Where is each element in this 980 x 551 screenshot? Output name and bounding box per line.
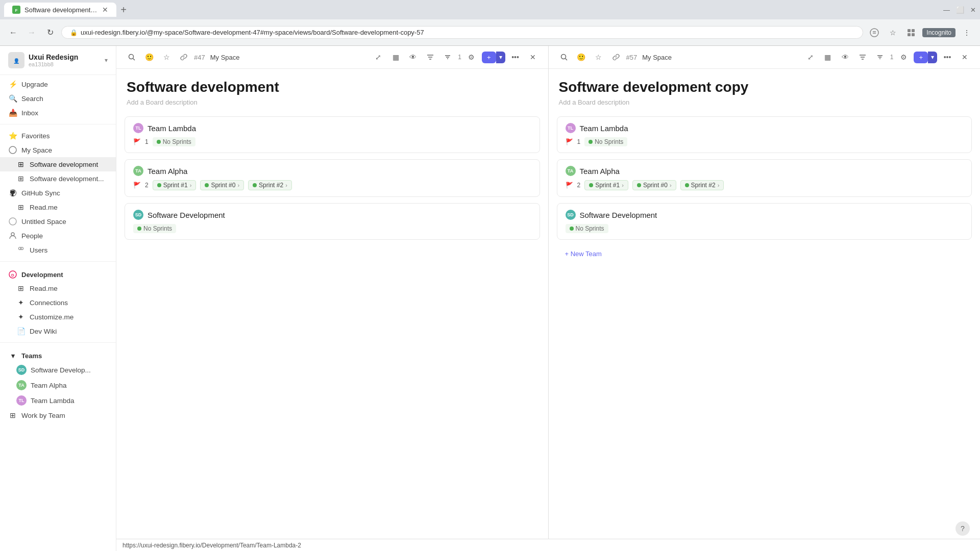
right-search-button[interactable] (557, 50, 571, 64)
right-alpha-sprint0[interactable]: Sprint #0 › (632, 180, 676, 190)
left-filter-button[interactable] (423, 50, 437, 64)
sidebar-item-my-space[interactable]: My Space (0, 143, 116, 157)
sidebar-item-software-dev[interactable]: ⊞ Software development (0, 157, 116, 171)
new-team-button[interactable]: + New Team (557, 246, 972, 262)
left-star-button[interactable]: ☆ (159, 50, 174, 64)
sprint-arrow-2: › (237, 182, 239, 188)
left-extra-button[interactable]: ⚙ (464, 50, 479, 64)
help-button[interactable]: ? (955, 521, 970, 536)
left-team-alpha-name[interactable]: Team Alpha (148, 167, 187, 176)
svg-point-9 (9, 146, 16, 154)
right-eye-button[interactable]: 👁 (838, 50, 852, 64)
right-add-button-group[interactable]: + ▾ (914, 52, 937, 63)
left-lambda-no-sprints[interactable]: No Sprints (153, 137, 195, 146)
browser-chrome: F Software development copy | Fi... ✕ + … (0, 0, 980, 46)
right-team-sd-name[interactable]: Software Development (580, 211, 657, 219)
right-extra-button[interactable]: ⚙ (896, 50, 911, 64)
close-window-button[interactable]: ✕ (970, 6, 976, 14)
left-sd-no-sprints[interactable]: No Sprints (133, 224, 176, 233)
sidebar-item-team-lambda[interactable]: TL Team Lambda (0, 393, 116, 408)
right-sd-no-sprints[interactable]: No Sprints (566, 224, 608, 233)
right-board-description[interactable]: Add a Board description (559, 98, 970, 106)
right-link-button[interactable] (609, 50, 623, 64)
right-table-button[interactable]: ▦ (821, 50, 835, 64)
sidebar-group-teams[interactable]: ▾ Teams (0, 347, 116, 362)
address-bar[interactable]: 🔒 uxui-redesign.fibery.io/@my-space/Soft… (61, 26, 863, 39)
sidebar-item-dev-readme[interactable]: ⊞ Read.me (0, 281, 116, 295)
right-space-label[interactable]: My Space (642, 54, 672, 61)
left-alpha-count: 2 (145, 182, 149, 189)
sidebar-item-connections[interactable]: ✦ Connections (0, 295, 116, 310)
sidebar-group-development[interactable]: D Development (0, 266, 116, 281)
new-tab-button[interactable]: + (116, 3, 131, 17)
svg-line-18 (133, 59, 135, 61)
left-alpha-sprint1[interactable]: Sprint #1 › (153, 180, 197, 190)
right-emoji-button[interactable]: 🙂 (574, 50, 589, 64)
left-add-main-button[interactable]: + (482, 52, 496, 63)
sidebar-item-favorites[interactable]: ⭐ Favorites (0, 129, 116, 143)
right-lambda-no-sprints[interactable]: No Sprints (584, 137, 627, 146)
right-filter-button[interactable] (855, 50, 870, 64)
forward-button[interactable]: → (24, 26, 39, 40)
sidebar-item-team-alpha[interactable]: TA Team Alpha (0, 378, 116, 393)
sidebar-item-github-sync[interactable]: GitHub Sync (0, 186, 116, 200)
sidebar-item-people[interactable]: People (0, 229, 116, 243)
sidebar-item-upgrade[interactable]: ⚡ Upgrade (0, 77, 116, 91)
refresh-button[interactable]: ↻ (43, 26, 57, 40)
left-space-label[interactable]: My Space (210, 54, 240, 61)
left-emoji-button[interactable]: 🙂 (142, 50, 156, 64)
left-eye-button[interactable]: 👁 (406, 50, 420, 64)
back-button[interactable]: ← (6, 26, 20, 40)
sidebar-item-readme-1[interactable]: ⊞ Read.me (0, 200, 116, 214)
sidebar-item-work-by-team[interactable]: ⊞ Work by Team (0, 408, 116, 422)
board-icon-2: ⊞ (16, 174, 26, 183)
right-alpha-sprint2[interactable]: Sprint #2 › (680, 180, 724, 190)
right-close-button[interactable]: ✕ (958, 50, 972, 64)
left-sort-button[interactable] (440, 50, 455, 64)
sidebar-item-inbox[interactable]: 📥 Inbox (0, 106, 116, 120)
right-alpha-sprint1[interactable]: Sprint #1 › (584, 180, 628, 190)
right-lambda-avatar: TL (566, 123, 576, 133)
right-team-lambda-name[interactable]: Team Lambda (580, 124, 628, 133)
left-expand-button[interactable]: ⤢ (371, 50, 385, 64)
bookmark-star-icon[interactable]: ☆ (886, 26, 900, 40)
left-team-lambda-name[interactable]: Team Lambda (148, 124, 196, 133)
left-add-split-button[interactable]: ▾ (496, 52, 505, 63)
right-team-alpha-name[interactable]: Team Alpha (580, 167, 620, 176)
left-add-button-group[interactable]: + ▾ (482, 52, 505, 63)
restore-button[interactable]: ⬜ (956, 6, 964, 14)
right-add-split-button[interactable]: ▾ (928, 52, 937, 63)
minimize-button[interactable]: — (943, 6, 950, 14)
team-lambda-avatar: TL (16, 395, 27, 406)
right-more-button[interactable]: ••• (940, 50, 954, 64)
left-board-description[interactable]: Add a Board description (127, 98, 538, 106)
active-tab[interactable]: F Software development copy | Fi... ✕ (4, 3, 116, 17)
sidebar-team-lambda-label: Team Lambda (31, 397, 108, 405)
sidebar-item-users[interactable]: Users (0, 243, 116, 257)
left-search-button[interactable] (125, 50, 139, 64)
left-board-title: Software development (127, 79, 538, 95)
right-expand-button[interactable]: ⤢ (803, 50, 818, 64)
right-add-main-button[interactable]: + (914, 52, 928, 63)
left-more-button[interactable]: ••• (508, 50, 523, 64)
left-close-button[interactable]: ✕ (526, 50, 540, 64)
left-team-sd-name[interactable]: Software Development (148, 211, 225, 219)
sidebar-item-search[interactable]: 🔍 Search (0, 91, 116, 106)
sidebar-item-untitled-space[interactable]: Untitled Space (0, 214, 116, 229)
right-sort-button[interactable] (873, 50, 887, 64)
users-icon (16, 245, 26, 255)
left-alpha-sprint2[interactable]: Sprint #2 › (248, 180, 292, 190)
left-alpha-sprint0[interactable]: Sprint #0 › (200, 180, 244, 190)
workspace-chevron-icon[interactable]: ▾ (105, 57, 108, 64)
tab-close-button[interactable]: ✕ (102, 6, 108, 14)
left-link-button[interactable] (177, 50, 191, 64)
sidebar-item-software-dev-copy[interactable]: ⊞ Software development... (0, 171, 116, 186)
right-star-button[interactable]: ☆ (592, 50, 606, 64)
left-table-button[interactable]: ▦ (388, 50, 403, 64)
workspace-sub: ea131bb8 (29, 61, 101, 67)
sidebar-item-customize[interactable]: ✦ Customize.me (0, 310, 116, 324)
more-button[interactable]: ⋮ (960, 26, 974, 40)
extension-icon[interactable] (904, 26, 918, 40)
sidebar-item-team-software[interactable]: SD Software Develop... (0, 362, 116, 378)
sidebar-item-dev-wiki[interactable]: 📄 Dev Wiki (0, 324, 116, 338)
